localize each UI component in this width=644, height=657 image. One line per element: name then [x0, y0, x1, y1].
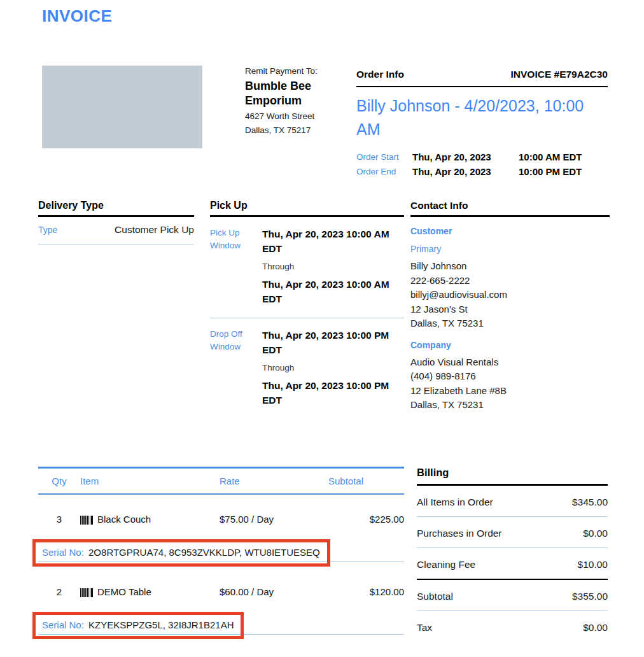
- billing-value: $345.00: [572, 497, 608, 508]
- contact-info-section: Contact Info Customer Primary Billy John…: [410, 200, 610, 413]
- serial-label: Serial No:: [42, 619, 84, 630]
- order-title: Billy Johnson - 4/20/2023, 10:00 AM: [356, 94, 608, 141]
- pickup-window-label: Pick Up Window: [210, 227, 262, 306]
- page-title: INVOICE: [42, 6, 112, 26]
- primary-contact-city: Dallas, TX 75231: [410, 316, 610, 331]
- remit-address-street: 4627 Worth Street: [245, 111, 334, 121]
- primary-contact-phone: 222-665-2222: [410, 274, 610, 288]
- order-end-time: 10:00 PM EDT: [519, 164, 582, 179]
- remit-payment-section: Remit Payment To: Bumble Bee Emporium 46…: [245, 66, 334, 135]
- order-info-header: Order Info INVOICE #E79A2C30: [356, 69, 608, 87]
- item-column-header: Item: [80, 476, 220, 486]
- billing-value: $10.00: [578, 559, 608, 570]
- pickup-window-row: Pick Up Window Thu, Apr 20, 2023 10:00 A…: [210, 217, 404, 306]
- order-start-row: Order Start Thu, Apr 20, 2023 10:00 AM E…: [356, 150, 608, 164]
- pickup-window-through: Through: [262, 262, 404, 271]
- serial-values: 2O8RTGPRUA74, 8C953ZVKKLDP, WTU8IETUESEQ: [88, 547, 320, 558]
- dropoff-window-through: Through: [262, 363, 404, 372]
- company-contact-city: Dallas, TX 75231: [410, 398, 610, 413]
- primary-contact-name: Billy Johnson: [410, 259, 610, 274]
- billing-label: Cleaning Fee: [417, 559, 475, 570]
- remit-address-city: Dallas, TX 75217: [245, 125, 334, 135]
- serial-annotation-box: Serial No: 2O8RTGPRUA74, 8C953ZVKKLDP, W…: [32, 539, 330, 567]
- pickup-window-end: Thu, Apr 20, 2023 10:00 AM EDT: [262, 277, 404, 306]
- rate-column-header: Rate: [220, 476, 328, 486]
- order-start-label: Order Start: [356, 150, 412, 164]
- billing-label: Tax: [417, 622, 432, 633]
- dropoff-window-start: Thu, Apr 20, 2023 10:00 PM EDT: [262, 328, 404, 357]
- order-start-time: 10:00 AM EDT: [519, 150, 582, 164]
- billing-label: Subtotal: [417, 591, 453, 602]
- customer-label: Customer: [410, 226, 610, 236]
- dropoff-window-row: Drop Off Window Thu, Apr 20, 2023 10:00 …: [210, 318, 404, 407]
- company-contact-street: 12 Elizabeth Lane #8B: [410, 384, 610, 399]
- contact-info-heading: Contact Info: [410, 200, 610, 217]
- billing-section: Billing All Items in Order $345.00 Purch…: [417, 467, 608, 642]
- billing-row-subtotal: Subtotal $355.00: [417, 580, 608, 611]
- invoice-number: INVOICE #E79A2C30: [511, 69, 608, 80]
- billing-row-tax: Tax $0.00: [417, 611, 608, 642]
- item-subtotal: $120.00: [328, 586, 404, 597]
- table-row: 3 Black Couch $75.00 / Day $225.00: [38, 495, 404, 525]
- order-dates: Order Start Thu, Apr 20, 2023 10:00 AM E…: [356, 150, 608, 179]
- items-table: Qty Item Rate Subtotal 3 Black Couch $75…: [38, 467, 404, 640]
- order-end-label: Order End: [356, 164, 412, 179]
- billing-value: $0.00: [583, 528, 608, 539]
- item-name: Black Couch: [97, 514, 151, 525]
- order-start-date: Thu, Apr 20, 2023: [412, 150, 519, 164]
- item-rate: $75.00 / Day: [220, 514, 328, 525]
- delivery-type-value: Customer Pick Up: [115, 224, 194, 236]
- delivery-type-section: Delivery Type Type Customer Pick Up: [38, 200, 194, 244]
- company-contact-phone: (404) 989-8176: [410, 369, 610, 384]
- primary-contact-street: 12 Jason's St: [410, 302, 610, 317]
- order-end-date: Thu, Apr 20, 2023: [412, 164, 519, 179]
- company-logo-placeholder: [42, 66, 202, 148]
- item-name: DEMO Table: [97, 586, 151, 597]
- serial-annotation-box: Serial No: KZYEKSPPZG5L, 32I8JR1B21AH: [32, 612, 244, 639]
- invoice-page: INVOICE Remit Payment To: Bumble Bee Emp…: [0, 0, 644, 657]
- billing-label: All Items in Order: [417, 497, 493, 508]
- serial-values: KZYEKSPPZG5L, 32I8JR1B21AH: [88, 619, 234, 630]
- remit-label: Remit Payment To:: [245, 66, 334, 76]
- serial-row: Serial No: 2O8RTGPRUA74, 8C953ZVKKLDP, W…: [38, 539, 404, 567]
- dropoff-window-end: Thu, Apr 20, 2023 10:00 PM EDT: [262, 378, 404, 407]
- billing-value: $0.00: [583, 622, 608, 633]
- delivery-type-label: Type: [38, 225, 57, 235]
- table-row: 2 DEMO Table $60.00 / Day $120.00: [38, 567, 404, 597]
- pickup-heading: Pick Up: [210, 200, 404, 217]
- delivery-type-row: Type Customer Pick Up: [38, 217, 194, 244]
- remit-company-name: Bumble Bee Emporium: [245, 79, 334, 108]
- item-qty: 3: [38, 514, 80, 525]
- primary-contact-email: billyj@audiovisual.com: [410, 288, 610, 302]
- barcode-icon: [80, 516, 94, 525]
- item-subtotal: $225.00: [328, 514, 404, 525]
- order-info-heading: Order Info: [356, 69, 404, 80]
- primary-contact-block: Billy Johnson 222-665-2222 billyj@audiov…: [410, 259, 610, 331]
- subtotal-column-header: Subtotal: [328, 476, 404, 486]
- billing-label: Purchases in Order: [417, 528, 502, 539]
- items-table-header: Qty Item Rate Subtotal: [38, 467, 404, 495]
- serial-row: Serial No: KZYEKSPPZG5L, 32I8JR1B21AH: [38, 612, 404, 640]
- billing-row-cleaning-fee: Cleaning Fee $10.00: [417, 548, 608, 580]
- serial-label: Serial No:: [42, 547, 84, 558]
- item-qty: 2: [38, 586, 80, 597]
- order-end-row: Order End Thu, Apr 20, 2023 10:00 PM EDT: [356, 164, 608, 179]
- company-contact-block: Audio Visual Rentals (404) 989-8176 12 E…: [410, 355, 610, 413]
- barcode-icon: [80, 588, 94, 597]
- pickup-window-start: Thu, Apr 20, 2023 10:00 AM EDT: [262, 227, 404, 256]
- company-label: Company: [410, 340, 610, 350]
- order-info-section: Order Info INVOICE #E79A2C30 Billy Johns…: [356, 69, 608, 179]
- dropoff-window-label: Drop Off Window: [210, 328, 262, 407]
- item-rate: $60.00 / Day: [220, 586, 328, 597]
- primary-label: Primary: [410, 244, 610, 254]
- billing-row-purchases: Purchases in Order $0.00: [417, 517, 608, 548]
- pickup-section: Pick Up Pick Up Window Thu, Apr 20, 2023…: [210, 200, 404, 407]
- billing-row-all-items: All Items in Order $345.00: [417, 486, 608, 517]
- billing-value: $355.00: [572, 591, 608, 602]
- billing-heading: Billing: [417, 467, 608, 486]
- company-contact-name: Audio Visual Rentals: [410, 355, 610, 370]
- qty-column-header: Qty: [38, 476, 80, 486]
- delivery-type-heading: Delivery Type: [38, 200, 194, 217]
